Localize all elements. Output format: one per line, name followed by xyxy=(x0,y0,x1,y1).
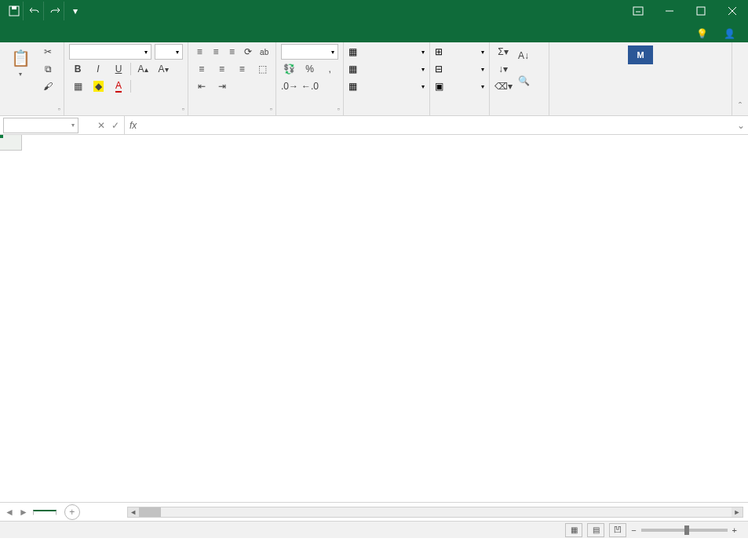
clipboard-icon: 📋 xyxy=(8,45,33,71)
zoom-in-button[interactable]: + xyxy=(732,525,737,535)
zoom-out-button[interactable]: − xyxy=(631,525,636,535)
quick-access-toolbar: ▾ xyxy=(0,2,85,20)
delete-cells-button[interactable]: ⊟ ▾ xyxy=(435,61,484,77)
bold-button[interactable]: B xyxy=(69,61,86,77)
increase-indent-button[interactable]: ⇥ xyxy=(213,78,231,94)
ribbon-options-icon[interactable] xyxy=(622,0,654,22)
undo-icon[interactable] xyxy=(25,2,44,20)
group-label xyxy=(494,111,544,115)
sheet-tab[interactable] xyxy=(33,510,57,515)
sheet-nav-prev-icon[interactable]: ◄ xyxy=(5,507,14,518)
collapse-ribbon-icon[interactable]: ˆ xyxy=(732,42,748,115)
sort-filter-button[interactable]: A↓ xyxy=(515,44,532,67)
name-box[interactable]: ▾ xyxy=(3,118,78,133)
fx-icon[interactable]: fx xyxy=(125,120,141,131)
svg-rect-1 xyxy=(12,6,16,9)
normal-view-icon[interactable]: ▦ xyxy=(565,523,582,537)
number-format-combo[interactable]: ▾ xyxy=(281,44,338,60)
new-sheet-button[interactable]: + xyxy=(64,504,80,520)
align-middle-button[interactable]: ≡ xyxy=(210,44,223,60)
qat-customize-icon[interactable]: ▾ xyxy=(66,2,85,20)
ribbon: 📋 ▾ ✂ ⧉ 🖌 ▫ ▾ ▾ B I U A▴ A▾ xyxy=(0,42,748,116)
align-top-button[interactable]: ≡ xyxy=(193,44,206,60)
shrink-font-button[interactable]: A▾ xyxy=(155,61,172,77)
share-button[interactable]: 👤 xyxy=(717,25,742,42)
ribbon-tabs: 💡 👤 xyxy=(0,22,748,42)
sheet-nav-next-icon[interactable]: ► xyxy=(19,507,28,518)
page-layout-view-icon[interactable]: ▤ xyxy=(587,523,604,537)
format-as-table-button[interactable]: ▦ ▾ xyxy=(348,61,425,77)
align-right-button[interactable]: ≡ xyxy=(234,61,251,77)
copy-icon[interactable]: ⧉ xyxy=(39,61,57,77)
conditional-format-button[interactable]: ▦ ▾ xyxy=(348,44,425,60)
save-icon[interactable] xyxy=(5,2,24,20)
underline-button[interactable]: U xyxy=(110,61,127,77)
title-bar: ▾ xyxy=(0,0,748,22)
dialog-launcher-icon[interactable]: ▫ xyxy=(182,105,184,113)
close-icon[interactable] xyxy=(717,0,748,22)
paste-button[interactable]: 📋 ▾ xyxy=(5,44,36,78)
spreadsheet-grid[interactable] xyxy=(0,135,748,502)
cut-icon[interactable]: ✂ xyxy=(39,44,57,60)
align-center-button[interactable]: ≡ xyxy=(213,61,231,77)
minimize-icon[interactable] xyxy=(654,0,685,22)
format-cells-button[interactable]: ▣ ▾ xyxy=(435,78,484,94)
dialog-launcher-icon[interactable]: ▫ xyxy=(338,105,340,113)
svg-rect-5 xyxy=(697,7,705,15)
cancel-formula-icon[interactable]: ✕ xyxy=(97,120,105,131)
group-label xyxy=(435,111,484,115)
status-bar: ▦ ▤ 凹 − + xyxy=(0,521,748,538)
zoom-slider[interactable] xyxy=(641,529,728,532)
phonetic-button[interactable] xyxy=(134,78,151,94)
group-label xyxy=(554,111,727,115)
wrap-text-button[interactable]: ab xyxy=(257,44,271,60)
tell-me-button[interactable]: 💡 xyxy=(690,25,714,42)
select-all-corner[interactable] xyxy=(0,135,22,151)
currency-button[interactable]: 💱 xyxy=(281,61,298,77)
fill-button[interactable]: ↓▾ xyxy=(494,61,512,77)
group-label xyxy=(348,111,425,115)
percent-button[interactable]: % xyxy=(301,61,319,77)
dialog-launcher-icon[interactable]: ▫ xyxy=(58,105,60,113)
autosum-button[interactable]: Σ▾ xyxy=(494,44,512,60)
sheet-tab-bar: ◄ ► + ◄ ► xyxy=(0,502,748,521)
horizontal-scrollbar[interactable]: ◄ ► xyxy=(127,507,743,518)
align-bottom-button[interactable]: ≡ xyxy=(225,44,239,60)
cell-styles-button[interactable]: ▦ ▾ xyxy=(348,78,425,94)
formula-input[interactable] xyxy=(141,118,734,133)
find-select-button[interactable]: 🔍 xyxy=(515,69,532,93)
svg-rect-2 xyxy=(633,7,643,15)
border-button[interactable]: ▦ xyxy=(69,78,86,94)
maximize-icon[interactable] xyxy=(685,0,717,22)
formula-bar: ▾ ✕ ✓ fx ⌄ xyxy=(0,116,748,135)
font-size-combo[interactable]: ▾ xyxy=(155,44,183,60)
redo-icon[interactable] xyxy=(46,2,64,20)
align-left-button[interactable]: ≡ xyxy=(193,61,210,77)
font-name-combo[interactable]: ▾ xyxy=(69,44,151,60)
fill-color-button[interactable]: ◆ xyxy=(89,78,107,94)
clear-button[interactable]: ⌫▾ xyxy=(494,78,512,94)
grow-font-button[interactable]: A▴ xyxy=(134,61,151,77)
decrease-indent-button[interactable]: ⇤ xyxy=(193,78,210,94)
enter-formula-icon[interactable]: ✓ xyxy=(111,120,119,131)
decrease-decimal-button[interactable]: ←.0 xyxy=(301,78,319,94)
comma-button[interactable]: , xyxy=(321,61,338,77)
orientation-button[interactable]: ⟳ xyxy=(242,44,255,60)
page-break-view-icon[interactable]: 凹 xyxy=(609,523,626,537)
increase-decimal-button[interactable]: .0→ xyxy=(281,78,298,94)
dialog-launcher-icon[interactable]: ▫ xyxy=(270,105,272,113)
mindmanager-icon: M xyxy=(628,45,653,64)
insert-cells-button[interactable]: ⊞ ▾ xyxy=(435,44,484,60)
format-painter-icon[interactable]: 🖌 xyxy=(39,78,57,94)
merge-button[interactable]: ⬚ xyxy=(254,61,271,77)
mindmanager-button[interactable]: M xyxy=(605,44,676,64)
italic-button[interactable]: I xyxy=(89,61,107,77)
expand-formula-bar-icon[interactable]: ⌄ xyxy=(734,120,748,131)
font-color-button[interactable]: A xyxy=(110,78,127,94)
